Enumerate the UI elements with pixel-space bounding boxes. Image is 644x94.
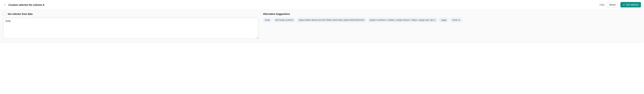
- page-title: Custom selector for column A: [8, 3, 44, 6]
- content-area: Set selector from data Alternative Sugge…: [0, 10, 644, 43]
- chevron-left-icon: [4, 4, 6, 6]
- suggestion-chip[interactable]: body: [263, 18, 272, 22]
- suggestion-chip[interactable]: .fresh-ui: [450, 18, 462, 22]
- suggestion-chips: body [id='body-content'] [data-trekkie-d…: [263, 18, 641, 22]
- set-selector-button[interactable]: Set selector: [620, 2, 641, 8]
- suggestions-title: Alternative Suggestions: [263, 13, 641, 15]
- checkbox-label: Set selector from data: [8, 13, 32, 15]
- set-selector-label: Set selector: [626, 3, 638, 6]
- help-link[interactable]: Help: [600, 3, 604, 6]
- set-from-data-checkbox[interactable]: [3, 13, 6, 15]
- suggestions-column: Alternative Suggestions body [id='body-c…: [263, 13, 641, 39]
- header-bar: Custom selector for column A Help Reset …: [0, 0, 644, 10]
- header-left: Custom selector for column A: [3, 3, 44, 6]
- suggestion-chip[interactable]: [data-trekkie-device-id='b217949c-a429-4…: [297, 18, 366, 22]
- check-icon: [623, 4, 625, 6]
- suggestion-chip[interactable]: .page: [439, 18, 448, 22]
- checkbox-row: Set selector from data: [3, 13, 258, 15]
- header-right: Help Reset Set selector: [600, 2, 641, 8]
- reset-button[interactable]: Reset: [607, 2, 618, 8]
- editor-column: Set selector from data: [3, 13, 258, 39]
- suggestion-chip[interactable]: [id='body-content']: [274, 18, 295, 22]
- back-button[interactable]: [3, 3, 6, 6]
- suggestion-chip[interactable]: [style='overflow-x: hidden; margin-botto…: [368, 18, 437, 22]
- selector-textarea[interactable]: [3, 18, 258, 39]
